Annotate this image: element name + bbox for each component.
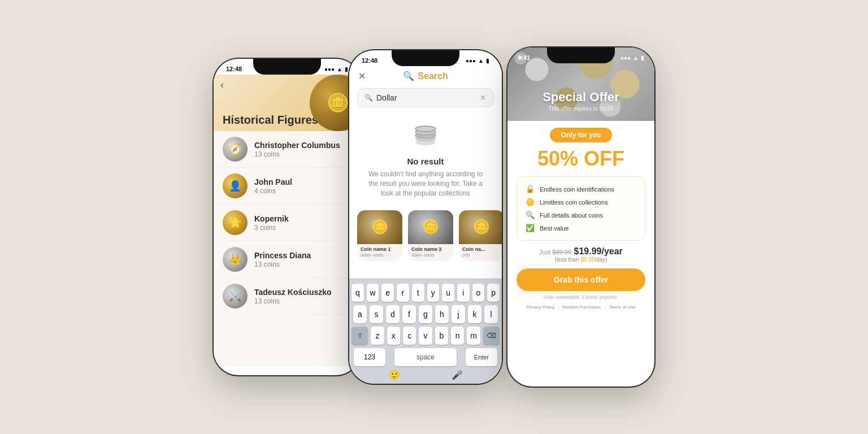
figure-list: 🧭 Christopher Columbus 13 coins › 👤 John…: [214, 131, 361, 315]
key-mic[interactable]: 🎤: [452, 370, 463, 375]
restore-purchases-link[interactable]: Restore Purchases: [559, 305, 604, 310]
key-j[interactable]: j: [452, 305, 465, 323]
avatar-tadeusz: ⚔️: [223, 284, 248, 309]
figure-coins: 4 coins: [254, 187, 349, 195]
keyboard: q w e r t y u i o p a s d f g h: [349, 279, 502, 375]
only-for-you-badge: Only for you: [550, 128, 613, 142]
phone-special-offer: 9:41 ●●● ▲ ▮ ✕ Special Offer This offer …: [507, 47, 654, 387]
phone-search: 12:48 ●●● ▲ ▮ ✕ 🔍 Search 🔍 ✕: [349, 50, 502, 384]
key-l[interactable]: l: [484, 305, 498, 323]
key-q[interactable]: q: [351, 284, 364, 302]
wifi-icon-3: ▲: [633, 55, 639, 61]
list-item[interactable]: ⭐ Kopernik 3 coins ›: [214, 205, 361, 241]
figure-name: Christopher Columbus: [254, 141, 349, 150]
back-button[interactable]: ‹: [220, 79, 224, 91]
figure-info-kopernik: Kopernik 3 coins: [254, 214, 349, 232]
key-y[interactable]: y: [427, 284, 440, 302]
key-p[interactable]: p: [487, 284, 500, 302]
feature-label-2: Limitless coin collections: [540, 199, 607, 206]
wifi-icon-2: ▲: [478, 58, 484, 64]
status-icons-2: ●●● ▲ ▮: [466, 58, 489, 64]
key-u[interactable]: u: [442, 284, 454, 302]
key-x[interactable]: x: [387, 327, 400, 345]
key-t[interactable]: t: [412, 284, 424, 302]
no-result-title: No result: [407, 157, 444, 166]
search-close-button[interactable]: ✕: [358, 71, 366, 81]
feature-label-3: Full details about coins: [540, 212, 603, 219]
keyboard-row-3: ⇧ z x c v b n m ⌫: [351, 327, 500, 345]
key-z[interactable]: z: [371, 327, 384, 345]
status-time-3: 9:41: [518, 54, 530, 61]
search-input[interactable]: [376, 93, 480, 102]
search-clear-button[interactable]: ✕: [480, 93, 487, 102]
coin-card-name-3: Coin na...: [459, 244, 502, 253]
key-v[interactable]: v: [419, 327, 432, 345]
key-h[interactable]: h: [435, 305, 449, 323]
coin-card-name-1: Coin name 1: [357, 244, 402, 253]
no-result-area: No result We couldn't find anything acco…: [349, 112, 502, 205]
phone3-content: ✕ Special Offer This offer expires in 59…: [507, 47, 654, 362]
key-b[interactable]: b: [435, 327, 448, 345]
keyboard-row-2: a s d f g h j k l: [351, 305, 500, 323]
search-header: ✕ 🔍 Search: [349, 66, 502, 86]
feature-row-3: 🔍 Full details about coins: [525, 209, 637, 222]
hero-title: Historical Figures: [223, 114, 318, 127]
coin-card-3[interactable]: 🪙 Coin na... 000: [459, 210, 502, 261]
phone-notch-1: [253, 59, 321, 75]
figure-coins: 3 coins: [254, 224, 349, 232]
key-enter[interactable]: Enter: [466, 348, 497, 366]
feature-label-4: Best value: [540, 225, 568, 232]
key-c[interactable]: c: [403, 327, 416, 345]
key-n[interactable]: n: [451, 327, 464, 345]
avatar-diana: 👑: [223, 247, 248, 272]
value-icon: ✅: [525, 224, 535, 232]
figure-name: Princess Diana: [254, 251, 349, 260]
figure-name: Tadeusz Kościuszko: [254, 288, 349, 297]
key-shift[interactable]: ⇧: [351, 327, 368, 345]
key-k[interactable]: k: [468, 305, 481, 323]
key-delete[interactable]: ⌫: [483, 327, 500, 345]
search-input-bar[interactable]: 🔍 ✕: [357, 88, 494, 107]
privacy-policy-link[interactable]: Privacy Policy: [523, 305, 558, 310]
battery-icon-1: ▮: [345, 66, 348, 72]
status-time-1: 12:48: [226, 66, 242, 72]
feature-row-1: 🔓 Endless coin identifications: [525, 183, 637, 196]
list-item[interactable]: 👤 John Paul 4 coins ›: [214, 168, 361, 205]
figure-info-tadeusz: Tadeusz Kościuszko 13 coins: [254, 288, 349, 305]
phone-notch-3: [547, 47, 615, 63]
key-s[interactable]: s: [370, 305, 383, 323]
signal-icon-2: ●●●: [466, 58, 476, 64]
list-item[interactable]: 🧭 Christopher Columbus 13 coins ›: [214, 131, 361, 168]
figure-name: John Paul: [254, 177, 349, 186]
coin-card-img-2: 🪙: [408, 210, 453, 244]
offer-title-area: Special Offer This offer expires in 59:5…: [507, 90, 654, 112]
svg-point-5: [415, 126, 436, 132]
key-a[interactable]: a: [353, 305, 367, 323]
discount-text: 50% OFF: [517, 147, 645, 171]
phones-container: 12:48 ●●● ▲ ▮ ‹ Historical Figures 🪙 🧭 C…: [0, 0, 868, 434]
key-f[interactable]: f: [402, 305, 416, 323]
list-item[interactable]: 👑 Princess Diana 13 coins ›: [214, 241, 361, 278]
key-numbers[interactable]: 123: [354, 348, 385, 366]
key-e[interactable]: e: [381, 284, 394, 302]
key-space[interactable]: space: [394, 348, 457, 366]
key-g[interactable]: g: [419, 305, 432, 323]
figure-coins: 13 coins: [254, 150, 349, 158]
key-w[interactable]: w: [367, 284, 379, 302]
list-item[interactable]: ⚔️ Tadeusz Kościuszko 13 coins ›: [214, 278, 361, 315]
key-o[interactable]: o: [472, 284, 485, 302]
old-price: $39.99: [552, 249, 571, 255]
key-r[interactable]: r: [397, 284, 409, 302]
key-d[interactable]: d: [386, 305, 400, 323]
footer-links: Privacy Policy | Restore Purchases | Ter…: [517, 305, 645, 310]
coin-card-1[interactable]: 🪙 Coin name 1 0000–0000: [357, 210, 402, 261]
pricing-line: Just $39.99 $19.99/year: [517, 246, 645, 257]
hero-banner: ‹ Historical Figures 🪙: [214, 75, 361, 131]
figure-info-diana: Princess Diana 13 coins: [254, 251, 349, 268]
coin-card-2[interactable]: 🪙 Coin name 2 0000–0000: [408, 210, 453, 261]
key-emoji[interactable]: 🙂: [389, 370, 400, 375]
grab-offer-button[interactable]: Grab this offer: [517, 268, 645, 291]
key-i[interactable]: i: [457, 284, 470, 302]
terms-of-use-link[interactable]: Terms of Use: [605, 305, 639, 310]
key-m[interactable]: m: [467, 327, 480, 345]
